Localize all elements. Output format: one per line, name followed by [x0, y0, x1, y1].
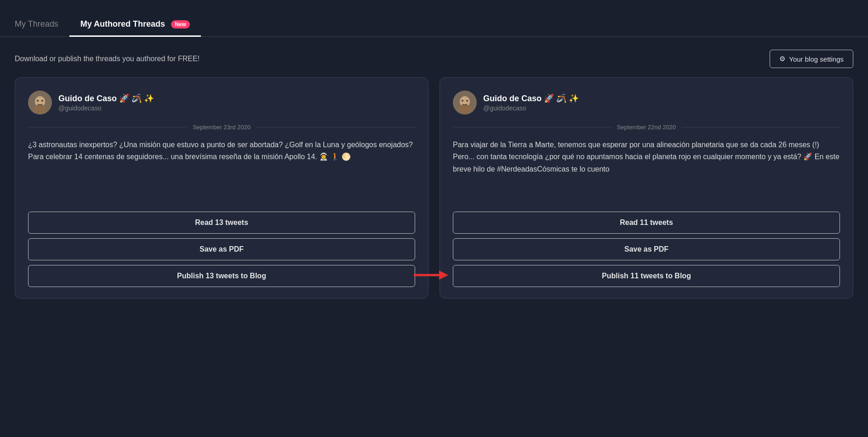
author-name: Guido de Caso 🚀 🪃 ✨ — [483, 93, 579, 104]
svg-point-4 — [41, 100, 43, 102]
read-tweets-button[interactable]: Read 11 tweets — [453, 212, 840, 234]
gear-icon: ⚙ — [779, 55, 785, 63]
page-header: Download or publish the threads you auth… — [0, 37, 868, 77]
svg-point-3 — [37, 100, 39, 102]
avatar — [453, 91, 477, 115]
thread-date: September 23rd 2020 — [193, 124, 251, 131]
thread-date: September 22nd 2020 — [617, 124, 676, 131]
svg-point-2 — [34, 104, 46, 114]
svg-point-9 — [466, 100, 468, 102]
tab-authored-threads[interactable]: My Authored Threads New — [69, 19, 201, 36]
publish-blog-button[interactable]: Publish 13 tweets to Blog — [28, 265, 415, 287]
page-description: Download or publish the threads you auth… — [15, 55, 200, 63]
svg-point-8 — [462, 100, 463, 102]
save-pdf-button[interactable]: Save as PDF — [28, 238, 415, 260]
svg-marker-11 — [439, 270, 448, 280]
date-divider: September 23rd 2020 — [28, 124, 415, 131]
author-info: Guido de Caso 🚀 🪃 ✨ @guidodecaso — [58, 93, 154, 112]
author-handle: @guidodecaso — [483, 104, 579, 112]
author-row: Guido de Caso 🚀 🪃 ✨ @guidodecaso — [453, 91, 840, 115]
tabs-bar: My Threads My Authored Threads New — [0, 0, 868, 37]
publish-blog-button[interactable]: Publish 11 tweets to Blog — [453, 265, 840, 287]
avatar — [28, 91, 52, 115]
author-handle: @guidodecaso — [58, 104, 154, 112]
thread-card: Guido de Caso 🚀 🪃 ✨ @guidodecaso Septemb… — [440, 77, 853, 299]
author-row: Guido de Caso 🚀 🪃 ✨ @guidodecaso — [28, 91, 415, 115]
svg-point-7 — [458, 104, 471, 114]
new-badge: New — [171, 20, 190, 29]
author-info: Guido de Caso 🚀 🪃 ✨ @guidodecaso — [483, 93, 579, 112]
avatar-image — [28, 91, 52, 115]
date-divider: September 22nd 2020 — [453, 124, 840, 131]
card-buttons: Read 11 tweets Save as PDF Publish 11 tw… — [453, 212, 840, 287]
tab-my-threads[interactable]: My Threads — [15, 19, 69, 36]
avatar-image — [453, 91, 477, 115]
thread-content: ¿3 astronautas inexpertos? ¿Una misión q… — [28, 139, 415, 199]
thread-content: Para viajar de la Tierra a Marte, tenemo… — [453, 139, 840, 199]
blog-settings-button[interactable]: ⚙ Your blog settings — [770, 50, 853, 68]
publish-row: Publish 11 tweets to Blog — [453, 265, 840, 287]
read-tweets-button[interactable]: Read 13 tweets — [28, 212, 415, 234]
thread-card: Guido de Caso 🚀 🪃 ✨ @guidodecaso Septemb… — [15, 77, 428, 299]
card-buttons: Read 13 tweets Save as PDF Publish 13 tw… — [28, 212, 415, 287]
cards-grid: Guido de Caso 🚀 🪃 ✨ @guidodecaso Septemb… — [0, 77, 868, 317]
save-pdf-button[interactable]: Save as PDF — [453, 238, 840, 260]
author-name: Guido de Caso 🚀 🪃 ✨ — [58, 93, 154, 104]
